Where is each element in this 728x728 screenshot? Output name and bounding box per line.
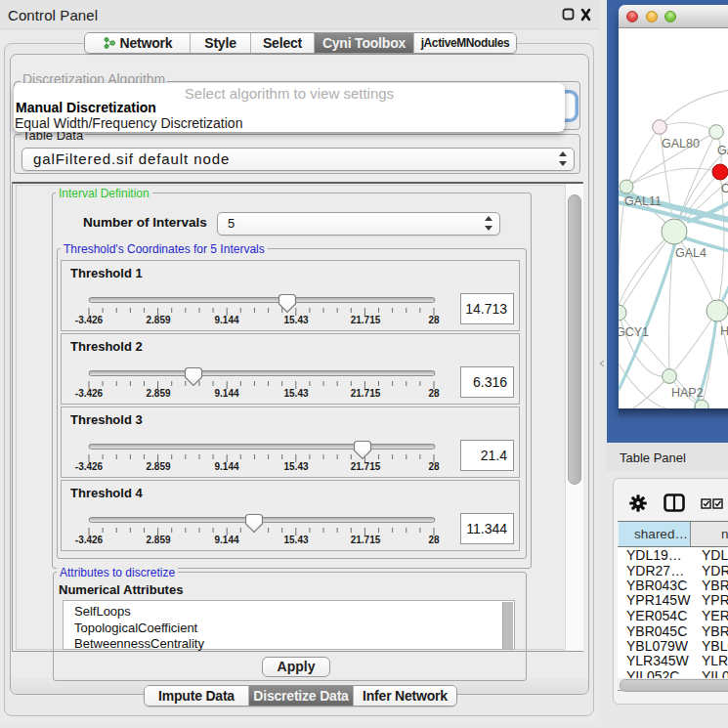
svg-text:GAL80: GAL80 bbox=[662, 137, 700, 150]
svg-text:H: H bbox=[720, 324, 728, 338]
svg-text:GA: GA bbox=[717, 144, 728, 157]
svg-text:GAL4: GAL4 bbox=[675, 246, 707, 260]
svg-text:C: C bbox=[721, 182, 728, 195]
svg-text:HAP2: HAP2 bbox=[671, 386, 704, 400]
svg-text:GAL11: GAL11 bbox=[624, 194, 662, 208]
svg-text:GCY1: GCY1 bbox=[619, 325, 649, 339]
